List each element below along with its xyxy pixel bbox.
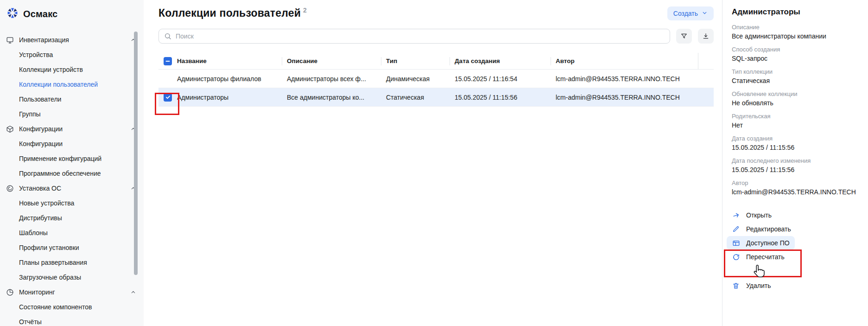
column-header-description[interactable]: Описание <box>282 57 381 65</box>
search-icon <box>164 32 171 40</box>
delete-action[interactable]: Удалить <box>727 279 776 293</box>
main-content: Коллекции пользователей2 Создать Названи… <box>144 0 722 326</box>
sidebar-item-users[interactable]: Пользователи <box>6 92 144 107</box>
column-header-author[interactable]: Автор <box>551 57 698 65</box>
logo-icon <box>6 7 19 21</box>
sidebar-item-config-apply[interactable]: Применение конфигураций <box>6 151 144 166</box>
table-row-selected[interactable]: Администраторы Все администраторы ко... … <box>158 88 714 107</box>
field-description: Описание Все администраторы компании <box>732 24 860 40</box>
recalculate-action[interactable]: Пересчитать <box>727 250 790 264</box>
sidebar-item-reports[interactable]: Отчёты <box>6 314 144 326</box>
field-label: Тип коллекции <box>732 68 860 75</box>
chevron-up-icon[interactable] <box>130 289 136 295</box>
select-all-checkbox[interactable] <box>158 57 177 65</box>
sidebar-item-devices[interactable]: Устройства <box>6 47 144 62</box>
action-label: Доступное ПО <box>746 239 790 247</box>
cell-type: Статическая <box>381 94 450 101</box>
field-value: 15.05.2025 / 11:15:56 <box>732 144 860 151</box>
details-title: Администраторы <box>732 7 860 17</box>
sidebar-section-inventory[interactable]: Инвентаризация <box>6 32 144 47</box>
sidebar-item-templates[interactable]: Шаблоны <box>6 225 144 240</box>
column-header-name[interactable]: Название <box>177 58 282 64</box>
cell-description: Все администраторы ко... <box>282 94 381 101</box>
actions-menu: Открыть Редактировать Доступное ПО Перес… <box>732 208 860 293</box>
field-label: Дата создания <box>732 135 860 142</box>
refresh-icon <box>732 253 740 261</box>
sidebar-item-boot-images[interactable]: Загрузочные образы <box>6 270 144 285</box>
cell-description: Администраторы всех ф... <box>282 75 381 83</box>
chevron-down-icon <box>702 10 708 17</box>
sidebar-section-configurations[interactable]: Конфигурации <box>6 121 144 136</box>
page-title-text: Коллекции пользователей <box>158 7 301 19</box>
field-value: Не обновлять <box>732 99 860 107</box>
available-software-action[interactable]: Доступное ПО <box>727 236 795 250</box>
search-input[interactable] <box>158 29 670 44</box>
sidebar-section-monitoring[interactable]: Мониторинг <box>6 285 144 300</box>
field-label: Дата последнего изменения <box>732 157 860 164</box>
disc-icon <box>6 184 14 192</box>
field-label: Описание <box>732 24 860 31</box>
collection-count-badge: 2 <box>303 6 307 14</box>
trash-icon <box>732 281 740 290</box>
cell-author: lcm-admin@R944535.TERRA.INNO.TECH <box>551 75 698 83</box>
field-label: Родительская <box>732 113 860 120</box>
pie-chart-icon <box>6 288 14 296</box>
cell-extra <box>698 88 714 106</box>
field-creation-method: Способ создания SQL-запрос <box>732 46 860 62</box>
create-button[interactable]: Создать <box>667 6 714 20</box>
checkbox-checked[interactable] <box>164 93 172 102</box>
action-label: Пересчитать <box>746 253 785 261</box>
arrow-right-icon <box>732 211 740 219</box>
cell-author: lcm-admin@R944535.TERRA.INNO.TECH <box>551 94 698 101</box>
field-value: SQL-запрос <box>732 55 860 62</box>
cell-created: 15.05.2025 / 11:16:54 <box>450 75 551 83</box>
sidebar-item-component-status[interactable]: Состояние компонентов <box>6 300 144 314</box>
table-header-row: Название Описание Тип Дата создания Авто… <box>158 53 714 70</box>
field-label: Автор <box>732 179 860 186</box>
app-logo: Осмакс <box>6 6 144 21</box>
field-modified-date: Дата последнего изменения 15.05.2025 / 1… <box>732 157 860 173</box>
action-label: Редактировать <box>746 225 791 233</box>
sidebar-item-groups[interactable]: Группы <box>6 107 144 121</box>
sidebar-item-install-profiles[interactable]: Профили установки <box>6 240 144 255</box>
field-update-mode: Обновление коллекции Не обновлять <box>732 90 860 107</box>
sidebar-item-software[interactable]: Программное обеспечение <box>6 166 144 181</box>
field-value: Статическая <box>732 77 860 84</box>
sidebar-item-distributions[interactable]: Дистрибутивы <box>6 211 144 225</box>
sidebar-section-label: Установка ОС <box>19 185 61 192</box>
sidebar-item-new-devices[interactable]: Новые устройства <box>6 196 144 211</box>
sidebar-item-deploy-plans[interactable]: Планы развертывания <box>6 255 144 270</box>
field-value: Все администраторы компании <box>732 32 860 40</box>
edit-action[interactable]: Редактировать <box>727 222 796 236</box>
sidebar-section-label: Мониторинг <box>19 288 55 296</box>
export-button[interactable] <box>698 29 714 44</box>
sidebar-item-configurations[interactable]: Конфигурации <box>6 136 144 151</box>
sidebar-item-user-collections[interactable]: Коллекции пользователей <box>6 77 144 92</box>
cell-type: Динамическая <box>381 75 450 83</box>
field-author: Автор lcm-admin@R944535.TERRA.INNO.TECH <box>732 179 860 196</box>
page-title: Коллекции пользователей2 <box>158 6 307 19</box>
collections-table: Название Описание Тип Дата создания Авто… <box>158 53 714 107</box>
details-panel: Администраторы Описание Все администрато… <box>722 0 868 326</box>
open-action[interactable]: Открыть <box>727 208 777 222</box>
sidebar-section-os-install[interactable]: Установка ОС <box>6 181 144 196</box>
sidebar-scrollbar[interactable] <box>134 32 138 275</box>
column-header-created[interactable]: Дата создания <box>450 57 551 65</box>
search-field <box>158 29 670 44</box>
sidebar-item-device-collections[interactable]: Коллекции устройств <box>6 62 144 77</box>
cell-name: Администраторы филиалов <box>177 75 282 83</box>
checkbox-indeterminate[interactable] <box>164 57 172 65</box>
table-grid-icon <box>732 239 740 247</box>
table-row[interactable]: Администраторы филиалов Администраторы в… <box>158 70 714 88</box>
filter-button[interactable] <box>676 29 692 44</box>
download-icon <box>702 32 710 40</box>
column-header-extra <box>698 53 714 69</box>
monitor-icon <box>6 36 14 44</box>
action-label: Открыть <box>746 211 772 219</box>
field-created-date: Дата создания 15.05.2025 / 11:15:56 <box>732 135 860 151</box>
cell-extra <box>698 70 714 88</box>
field-collection-type: Тип коллекции Статическая <box>732 68 860 84</box>
package-icon <box>6 125 14 133</box>
column-header-type[interactable]: Тип <box>381 57 450 65</box>
row-checkbox[interactable] <box>158 93 177 102</box>
